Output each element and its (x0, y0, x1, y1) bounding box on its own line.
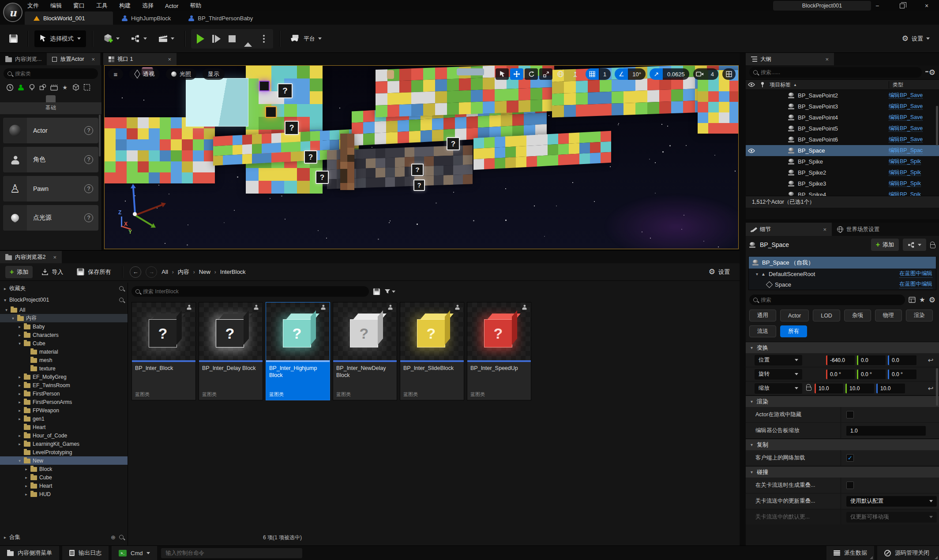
add-actor-button[interactable] (99, 30, 124, 48)
restore-button[interactable] (890, 0, 914, 11)
edit-blueprint-link[interactable]: 编辑BP_Spik (889, 191, 921, 196)
viewport-layout-button[interactable] (722, 68, 736, 80)
outliner-row-BP_SavePoint6[interactable]: BP_SavePoint6编辑BP_Save (746, 134, 939, 145)
add-asset-button[interactable]: + 添加 (5, 266, 33, 278)
outliner-row-BP_SavePoint5[interactable]: BP_SavePoint5编辑BP_Save (746, 123, 939, 134)
rotation-x-field[interactable]: 0.0 ° (826, 370, 855, 379)
rotation-y-field[interactable]: 0.0 ° (857, 370, 886, 379)
tree-folder-mesh[interactable]: mesh (0, 356, 128, 364)
scale-tool[interactable] (539, 68, 552, 80)
filter-chip-通用[interactable]: 通用 (749, 310, 776, 321)
tree-folder-Cube[interactable]: ▸Cube (0, 473, 128, 482)
doc-tab-HighJumpBlock[interactable]: HighJumpBlock (113, 11, 180, 25)
expand-icon[interactable]: ▸ (18, 442, 22, 446)
breadcrumb-内容[interactable]: 内容 (178, 268, 189, 276)
asset-tile-BP_Inter_Highjump-Block[interactable]: ?BP_Inter_Highjump Block蓝图类 (266, 302, 330, 400)
expand-icon[interactable]: ▸ (18, 383, 22, 388)
outliner-row-BP_Spike4[interactable]: BP_Spike4编辑BP_Spik (746, 189, 939, 196)
outliner-scrollbar[interactable] (936, 106, 938, 146)
gear-icon[interactable]: ⚙ (929, 295, 935, 305)
expand-icon[interactable]: ▸ (18, 392, 22, 396)
location-y-field[interactable]: 0.0 (857, 355, 886, 365)
scale-lock-icon[interactable] (806, 387, 811, 391)
close-icon[interactable]: × (168, 56, 171, 63)
outliner-row-BP_Spike[interactable]: BP_Spike编辑BP_Spik (746, 156, 939, 167)
place-item-Pawn[interactable]: ♙Pawn? (3, 176, 98, 202)
lights-category-icon[interactable] (27, 83, 36, 92)
viewport-options-menu[interactable]: ≡ (108, 68, 123, 80)
close-button[interactable]: × (914, 0, 939, 11)
settings-button[interactable]: ⚙ 设置 (898, 30, 934, 48)
details-scrollbar[interactable] (936, 368, 938, 406)
save-button[interactable] (5, 30, 22, 48)
shapes-category-icon[interactable] (38, 83, 47, 92)
filter-chip-渲染[interactable]: 渲染 (906, 310, 933, 321)
tree-folder-FirstPersonArms[interactable]: ▸FirstPersonArms (0, 398, 128, 406)
help-icon[interactable]: ? (84, 155, 93, 164)
tree-folder-Cube[interactable]: ▾Cube (0, 339, 128, 347)
play-options-button[interactable] (256, 30, 271, 47)
billboard-scale-field[interactable]: 1.0 (846, 426, 926, 436)
volumes-category-icon[interactable] (83, 83, 91, 92)
filter-chip-流送[interactable]: 流送 (749, 325, 776, 337)
edit-blueprint-link[interactable]: 编辑BP_Save (889, 103, 923, 110)
rotation-snap-value[interactable]: 10° (628, 68, 646, 80)
camera-speed-value[interactable]: 4 (706, 68, 718, 80)
grid-snap-toggle[interactable] (586, 68, 599, 80)
recent-category-icon[interactable] (5, 83, 14, 92)
menu-工具[interactable]: 工具 (96, 2, 108, 10)
outliner-row-BP_Spike2[interactable]: BP_Spike2编辑BP_Spik (746, 167, 939, 178)
doc-tab-BlockWorld_001[interactable]: BlockWorld_001 (25, 11, 113, 25)
expand-icon[interactable]: ▸ (18, 325, 22, 329)
rotation-snap-toggle[interactable]: ∠ (615, 68, 628, 80)
outliner-search-input[interactable]: 搜索...... (749, 67, 922, 78)
filter-chip-物理[interactable]: 物理 (875, 310, 902, 321)
forward-button[interactable]: → (146, 266, 157, 278)
edit-in-blueprint-link[interactable]: 在蓝图中编辑 (899, 280, 932, 288)
menu-构建[interactable]: 构建 (119, 2, 131, 10)
location-z-field[interactable]: 0.0 (888, 355, 916, 365)
edit-blueprint-link[interactable]: 编辑BP_Save (889, 114, 923, 121)
default-update-dropdown[interactable]: 仅更新可移动项 (846, 512, 937, 523)
expand-icon[interactable]: ▸ (24, 484, 28, 488)
net-load-checkbox[interactable]: ✓ (846, 454, 854, 462)
tree-folder-Block[interactable]: ▸Block (0, 465, 128, 473)
doc-tab-BP_ThirdPersonBaby[interactable]: BP_ThirdPersonBaby (180, 11, 262, 25)
tree-folder-内容[interactable]: ▾内容 (0, 314, 128, 322)
scale-x-field[interactable]: 10.0 (815, 384, 843, 393)
tree-folder-Hour_of_Code[interactable]: ▸Hour_of_Code (0, 431, 128, 440)
scale-snap-value[interactable]: 0.0625 (663, 68, 689, 80)
expand-icon[interactable]: ▸ (4, 286, 6, 291)
tree-folder-Heart[interactable]: ▸Heart (0, 482, 128, 490)
scale-z-field[interactable]: 10.0 (876, 384, 905, 393)
tree-folder-texture[interactable]: texture (0, 364, 128, 373)
asset-tile-BP_Inter_Delay-Block[interactable]: ?BP_Inter_Delay Block蓝图类 (199, 302, 263, 400)
generate-overlap-checkbox[interactable] (846, 482, 854, 489)
edit-blueprint-link[interactable]: 编辑BP_Save (889, 92, 923, 99)
edit-blueprint-link[interactable]: 编辑BP_Spac (889, 147, 923, 154)
close-icon[interactable]: × (823, 226, 826, 233)
skip-button[interactable] (209, 30, 224, 47)
expand-icon[interactable]: ▾ (18, 341, 22, 346)
outliner-row-BP_SavePoint2[interactable]: BP_SavePoint2编辑BP_Save (746, 90, 939, 101)
view-mode-dropdown[interactable]: 光照 (166, 68, 196, 80)
camera-speed-button[interactable] (693, 68, 706, 80)
add-collection-icon[interactable]: ⊕ (111, 534, 116, 541)
tree-folder-FirstPerson[interactable]: ▸FirstPerson (0, 389, 128, 398)
asset-tile-BP_Inter_SlideBlock[interactable]: ?BP_Inter_SlideBlock蓝图类 (400, 302, 464, 400)
lock-icon[interactable] (930, 244, 935, 248)
place-item-点光源[interactable]: 点光源? (3, 205, 98, 231)
minimize-button[interactable]: − (865, 0, 890, 11)
tab-world-settings[interactable]: 世界场景设置 (832, 223, 885, 236)
asset-search-input[interactable]: 搜索 InterBlock (131, 286, 369, 297)
component-row-self[interactable]: BP_Space （自我） (749, 257, 936, 269)
tree-folder-New[interactable]: ▾New (0, 456, 128, 465)
gizmo-y-axis[interactable] (135, 214, 153, 226)
tree-folder-gen1[interactable]: ▸gen1 (0, 414, 128, 423)
edit-blueprint-link[interactable]: 编辑BP_Save (889, 136, 923, 143)
filter-button[interactable] (384, 289, 395, 294)
location-x-field[interactable]: -640.0 (826, 355, 855, 365)
asset-tile-BP_Inter_SpeedUp[interactable]: ?BP_Inter_SpeedUp蓝图类 (467, 302, 531, 400)
world-space-toggle[interactable] (554, 68, 567, 80)
source-control-button[interactable]: 源码管理关闭 (877, 546, 939, 560)
